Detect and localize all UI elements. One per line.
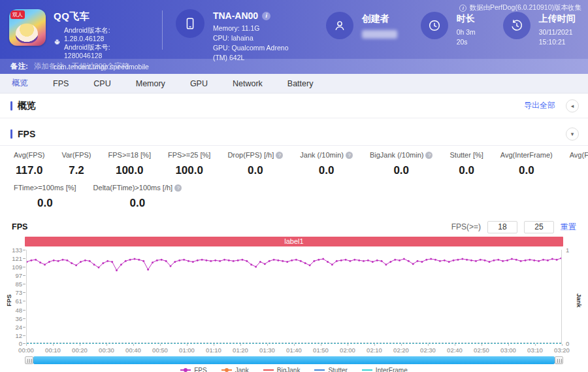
collapse-down-button[interactable]: ▾ [566,127,579,141]
app-title: QQ飞车 [54,10,149,23]
stat-label: Avg(FPS+InterFrame) [570,151,588,159]
fps-chart-label: FPS [12,222,27,231]
help-icon[interactable]: ? [174,184,182,192]
x-axis-tickmark [240,344,241,346]
tab-1[interactable]: FPS [53,79,69,88]
app-version-code: Android版本号: 1280046128 [64,43,149,60]
reset-link[interactable]: 重置 [561,222,576,233]
upload-label: 上传时间 [539,13,588,25]
x-axis-tickmark [133,344,134,346]
stat-value: 0.0 [449,164,483,177]
help-icon[interactable]: ? [425,152,433,159]
scrollbar-handle-left[interactable] [25,356,33,364]
y-axis-tick: 97 [3,272,22,279]
stat-label: Avg(FPS) [14,151,44,159]
scrollbar-track[interactable] [33,356,555,364]
y-axis-tickmark [23,250,25,250]
duration-value: 0h 3m 20s [457,27,480,47]
fps-chart[interactable]: FPS Jank 012243648617385971091211330100:… [0,250,588,356]
collapse-left-button[interactable]: ◂ [566,99,579,112]
header: 双人 QQ飞车 Android版本名: 1.28.0.46128 Android… [0,0,588,59]
x-axis-tickmark [508,344,509,346]
help-icon[interactable]: ? [346,152,353,159]
legend-item-stutter[interactable]: Stutter [314,367,347,372]
y-axis-tickmark [23,335,25,336]
duration-block: 时长 0h 3m 20s [421,12,480,47]
x-axis-tickmark [187,344,188,346]
y2-axis-title: Jank [576,291,583,311]
stat-label: Drop(FPS) [/h]? [227,151,283,159]
tab-3[interactable]: Memory [136,79,165,88]
y-axis-tick: 36 [3,315,22,322]
y-axis-tick: 121 [3,255,22,262]
x-axis-tick: 02:00 [340,347,355,354]
legend-label: InterFrame [376,367,408,372]
stat-label: BigJank (/10min)? [370,151,433,159]
chart-legend: FPSJankBigJankStutterInterFrame [0,365,588,372]
fps-chart-head: FPS FPS(>=) 重置 [0,219,588,235]
tab-2[interactable]: CPU [93,79,110,88]
tab-6[interactable]: Battery [287,79,314,88]
fps-stats: Avg(FPS)117.0Var(FPS)7.2FPS>=18 [%]100.0… [0,146,588,218]
help-icon[interactable]: ? [276,152,283,159]
x-axis-tick: 01:30 [259,347,275,354]
x-axis-tickmark [214,344,214,346]
x-axis-tickmark [428,344,429,346]
stat-cell: Jank (/10min)?0.0 [291,151,361,177]
fps-line-series [27,250,561,344]
stat-cell: Avg(InterFrame)0.0 [492,151,561,177]
tab-5[interactable]: Network [233,79,263,88]
stat-cell: Avg(FPS)117.0 [5,151,53,177]
fps-threshold-input-2[interactable] [524,221,554,233]
duration-label: 时长 [457,13,480,25]
duration-clock-icon [421,12,448,39]
legend-marker-dot [225,368,229,372]
fps-threshold-input-1[interactable] [487,221,517,233]
stat-label-text: FPS>=25 [%] [168,151,210,159]
stat-label-text: Avg(FPS+InterFrame) [570,151,588,159]
fps-stats-row2: FTime>=100ms [%]0.0Delta(FTime)>100ms [/… [5,184,588,210]
fps-section-title: FPS [18,129,35,139]
legend-swatch [362,369,372,371]
stat-label: Delta(FTime)>100ms [/h]? [93,184,182,192]
x-axis-tickmark [106,344,107,346]
x-axis-tick: 01:50 [313,347,329,354]
scrollbar-handle-right[interactable] [555,356,563,364]
stat-label-text: FTime>=100ms [%] [14,184,76,192]
y-axis-tick: 48 [3,307,22,314]
y-axis-tickmark [23,292,25,293]
x-axis-tickmark [348,344,348,346]
stat-cell: Avg(FPS+InterFrame)117.0 [561,151,588,177]
legend-item-fps[interactable]: FPS [180,367,206,372]
y-axis-tickmark [23,343,25,344]
header-divider [162,10,163,50]
stat-value: 100.0 [108,164,151,177]
x-axis-tickmark [53,344,54,346]
perfdog-report-page: 双人 QQ飞车 Android版本名: 1.28.0.46128 Android… [0,0,588,372]
x-axis-tickmark [535,344,536,346]
x-axis-tick: 03:00 [500,347,516,354]
legend-item-jank[interactable]: Jank [221,367,249,372]
legend-item-bigjank[interactable]: BigJank [263,367,301,372]
chart-annotation-banner: label1 [25,237,563,246]
stat-value: 100.0 [168,164,210,177]
legend-label: Jank [235,367,249,372]
stat-value: 117.0 [14,164,44,177]
export-all-link[interactable]: 导出全部 [524,100,555,111]
y-axis-tickmark [23,301,25,301]
upload-time-icon [503,12,531,39]
plot-area[interactable] [26,250,562,344]
legend-swatch [180,369,191,371]
legend-item-interframe[interactable]: InterFrame [362,367,408,372]
app-icon-art [16,24,38,43]
legend-label: Stutter [328,367,347,372]
tab-4[interactable]: GPU [190,79,208,88]
app-version-name: Android版本名: 1.28.0.46128 [64,26,149,43]
chart-scrollbar[interactable] [25,356,563,364]
stat-cell: BigJank (/10min)?0.0 [361,151,442,177]
y-axis-tick: 85 [3,280,22,288]
device-info-icon[interactable]: i [262,12,270,20]
stat-label: FPS>=25 [%] [168,151,210,159]
device-phone-icon [176,9,204,38]
tab-0[interactable]: 概览 [12,78,28,89]
